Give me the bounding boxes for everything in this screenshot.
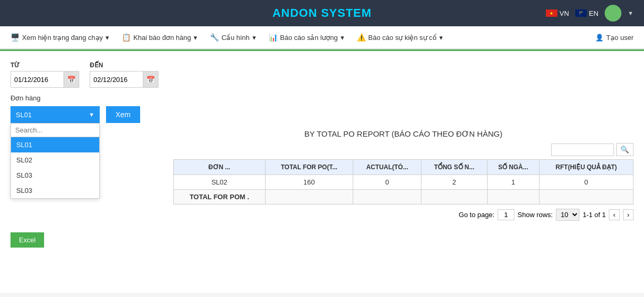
- cell-tong-so: 2: [421, 175, 488, 190]
- table-search-button[interactable]: 🔍: [616, 143, 634, 156]
- clipboard-icon: 📋: [122, 33, 131, 42]
- don-hang-select[interactable]: SL01 ▼: [10, 106, 100, 123]
- total-row: TOTAL FOR POM .: [174, 190, 634, 204]
- create-user-btn[interactable]: 👤 Tạo user: [590, 30, 639, 45]
- from-label: TỪ: [10, 62, 79, 69]
- create-user-icon: 👤: [595, 34, 604, 42]
- dropdown-search-input[interactable]: [11, 124, 99, 137]
- go-to-page-label: Go to page:: [459, 211, 494, 219]
- xem-button[interactable]: Xem: [106, 106, 140, 123]
- col-rft: RFT(HIỆU QUẢ ĐẠT): [539, 160, 633, 175]
- next-page-btn[interactable]: ›: [623, 209, 634, 220]
- sidebar-item-khai-bao[interactable]: 📋 Khai báo đơn hàng ▾: [117, 30, 203, 45]
- select-arrow-icon: ▼: [89, 111, 94, 118]
- header-right: ★ VN 🏴 EN ▼: [546, 5, 634, 22]
- total-tong-so-val: [421, 190, 488, 204]
- page-range-label: 1-1 of 1: [583, 211, 606, 219]
- warning-icon: ⚠️: [357, 33, 366, 42]
- table-row: SL02 160 0 2 1 0: [174, 175, 634, 190]
- table-search-row: 🔍: [173, 143, 634, 156]
- total-for-po-val: [265, 190, 353, 204]
- from-calendar-btn[interactable]: 📅: [64, 71, 79, 87]
- nav-arrow-su-kien: ▾: [439, 34, 443, 42]
- cell-don-hang: SL02: [174, 175, 266, 190]
- lang-en-label: EN: [589, 9, 598, 17]
- from-date-input[interactable]: [11, 74, 64, 86]
- nav-label-cau-hinh: Cấu hình: [221, 34, 250, 42]
- to-date-group: ĐẾN 📅: [90, 62, 159, 88]
- navbar: 🖥️ Xem hiện trạng đang chạy ▾ 📋 Khai báo…: [0, 26, 644, 49]
- don-hang-group: Đơn hàng SL01 ▼ SL01 SL02 SL03 SL03: [10, 94, 100, 123]
- monitor-icon: 🖥️: [10, 33, 19, 42]
- avatar[interactable]: [605, 5, 621, 22]
- dropdown-item-sl01[interactable]: SL01: [11, 137, 99, 152]
- to-label: ĐẾN: [90, 62, 159, 69]
- page-input[interactable]: [498, 209, 514, 220]
- nav-label-khai-bao: Khai báo đơn hàng: [133, 34, 191, 42]
- excel-btn-wrap: Excel: [10, 228, 634, 248]
- col-actual: ACTUAL(TÓ...: [353, 160, 421, 175]
- rows-select[interactable]: 10 20 50: [556, 209, 579, 221]
- from-date-wrap: 📅: [10, 71, 79, 88]
- lang-vn-label: VN: [559, 9, 569, 17]
- don-hang-dropdown: SL01 SL02 SL03 SL03: [10, 123, 100, 199]
- from-date-group: TỪ 📅: [10, 62, 79, 88]
- report-section: BY TOTAL PO REPORT (BÁO CÁO THEO ĐƠN HÀN…: [173, 129, 634, 225]
- cell-total-for-po: 160: [265, 175, 353, 190]
- report-title: BY TOTAL PO REPORT (BÁO CÁO THEO ĐƠN HÀN…: [173, 129, 634, 139]
- nav-label-bao-cao-san-luong: Báo cáo sản lượng: [280, 34, 338, 42]
- nav-arrow-khai-bao: ▾: [194, 34, 197, 42]
- pagination: Go to page: Show rows: 10 20 50 1-1 of 1…: [173, 204, 634, 225]
- cell-rft: 0: [539, 175, 633, 190]
- sidebar-item-bao-cao-san-luong[interactable]: 📊 Báo cáo sản lượng ▾: [263, 30, 350, 45]
- main-content: TỪ 📅 ĐẾN 📅 Đơn hàng SL01 ▼: [0, 51, 644, 293]
- create-user-label: Tạo user: [606, 34, 634, 42]
- avatar-dropdown-arrow[interactable]: ▼: [628, 10, 634, 16]
- app-title: ANDON SYSTEM: [272, 6, 372, 20]
- col-tong-so: TỔNG SỐ N...: [421, 160, 488, 175]
- don-hang-label: Đơn hàng: [10, 94, 100, 102]
- don-hang-select-wrap: SL01 ▼ SL01 SL02 SL03 SL03: [10, 106, 100, 123]
- app-header: ANDON SYSTEM ★ VN 🏴 EN ▼: [0, 0, 644, 26]
- nav-arrow-cau-hinh: ▾: [252, 34, 256, 42]
- total-actual-val: [353, 190, 421, 204]
- sidebar-item-bao-cao-su-kien[interactable]: ⚠️ Báo cáo sự kiện sự cố ▾: [352, 30, 448, 45]
- nav-arrow-xem: ▾: [105, 34, 109, 42]
- to-calendar-btn[interactable]: 📅: [143, 71, 158, 87]
- col-don-hang: ĐƠN ...: [174, 160, 266, 175]
- cell-actual: 0: [353, 175, 421, 190]
- nav-label-xem: Xem hiện trạng đang chạy: [22, 34, 103, 42]
- dropdown-item-sl03-2[interactable]: SL03: [11, 183, 99, 198]
- table-header-row: ĐƠN ... TOTAL FOR PO(T... ACTUAL(TÓ... T…: [174, 160, 634, 175]
- sidebar-item-cau-hinh[interactable]: 🔧 Cấu hình ▾: [205, 30, 261, 45]
- to-date-wrap: 📅: [90, 71, 159, 88]
- report-table: ĐƠN ... TOTAL FOR PO(T... ACTUAL(TÓ... T…: [173, 159, 634, 204]
- nav-arrow-bao-cao: ▾: [341, 34, 344, 42]
- sidebar-item-xem-hien-trang[interactable]: 🖥️ Xem hiện trạng đang chạy ▾: [5, 30, 114, 45]
- nav-label-bao-cao-su-kien: Báo cáo sự kiện sự cố: [368, 34, 437, 42]
- flag-vn-icon: ★: [546, 9, 557, 17]
- lang-vn-btn[interactable]: ★ VN: [546, 9, 569, 17]
- total-so-nga-val: [487, 190, 539, 204]
- excel-button[interactable]: Excel: [10, 232, 44, 248]
- chart-icon: 📊: [269, 33, 278, 42]
- total-rft-val: [539, 190, 633, 204]
- filter-form: TỪ 📅 ĐẾN 📅: [10, 62, 634, 88]
- col-total-for-po: TOTAL FOR PO(T...: [265, 160, 353, 175]
- dropdown-item-sl02[interactable]: SL02: [11, 152, 99, 168]
- prev-page-btn[interactable]: ‹: [609, 209, 619, 220]
- dropdown-item-sl03-1[interactable]: SL03: [11, 168, 99, 183]
- table-search-input[interactable]: [551, 144, 614, 156]
- to-date-input[interactable]: [90, 74, 143, 86]
- total-label: TOTAL FOR POM .: [174, 190, 266, 204]
- flag-en-icon: 🏴: [575, 9, 587, 17]
- wrench-icon: 🔧: [210, 33, 219, 42]
- lang-en-btn[interactable]: 🏴 EN: [575, 9, 598, 17]
- cell-so-nga: 1: [487, 175, 539, 190]
- don-hang-selected-value: SL01: [16, 111, 31, 119]
- col-so-nga: SỐ NGÀ...: [487, 160, 539, 175]
- show-rows-label: Show rows:: [518, 211, 553, 219]
